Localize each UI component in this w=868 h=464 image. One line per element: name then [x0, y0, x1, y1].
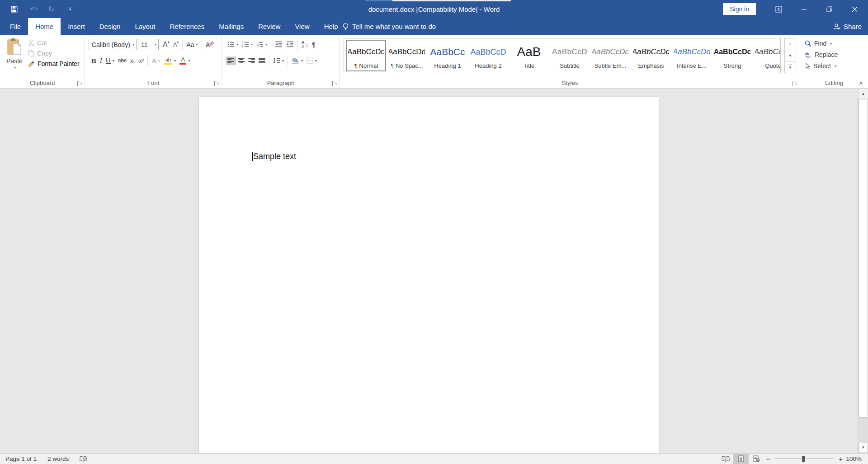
borders-button[interactable]: ▾ [305, 56, 319, 66]
borders-caret[interactable]: ▾ [315, 59, 317, 63]
subscript-button[interactable]: x₂ [128, 56, 137, 66]
bullets-button[interactable]: ▾ [226, 40, 240, 49]
word-count[interactable]: 2 words [42, 454, 74, 464]
copy-button[interactable]: Copy [28, 50, 80, 57]
document-canvas[interactable]: Sample text ▲ ▼ [0, 89, 868, 453]
ribbon-tab[interactable]: References [162, 18, 212, 35]
italic-button[interactable]: I [98, 56, 104, 66]
redo-icon[interactable]: ↻ [45, 3, 57, 15]
ribbon-display-options-icon[interactable] [766, 0, 791, 18]
vertical-scrollbar[interactable]: ▲ ▼ [858, 89, 868, 453]
align-right-button[interactable] [246, 56, 257, 65]
shading-button[interactable]: ▾ [290, 56, 305, 66]
restore-button[interactable] [816, 0, 842, 18]
document-page[interactable]: Sample text [199, 97, 659, 453]
align-left-button[interactable] [226, 56, 236, 65]
style-item[interactable]: AaBbCcD Subtitle [550, 40, 590, 71]
customize-quick-access-icon[interactable]: ▾ [64, 3, 76, 15]
print-layout-button[interactable] [733, 454, 749, 464]
ribbon-tab[interactable]: Layout [127, 18, 162, 35]
scroll-down-icon[interactable]: ▼ [859, 443, 868, 452]
ribbon-tab[interactable]: View [288, 18, 316, 35]
font-size-caret[interactable]: ▾ [155, 42, 156, 47]
text-effects-button[interactable]: A▾ [150, 56, 162, 66]
zoom-out-button[interactable]: − [764, 455, 772, 463]
cut-button[interactable]: Cut [28, 39, 80, 47]
zoom-slider[interactable] [775, 454, 833, 464]
change-case-button[interactable]: Aa▾ [184, 40, 199, 50]
zoom-slider-thumb[interactable] [802, 456, 805, 462]
font-size-combo[interactable]: ▾ [138, 39, 159, 50]
bold-button[interactable]: B [90, 56, 98, 66]
align-center-button[interactable] [236, 56, 246, 65]
close-button[interactable] [842, 0, 867, 18]
highlight-button[interactable]: ab ▾ [162, 56, 178, 66]
style-item[interactable]: AaBbCcD Heading 2 [468, 40, 508, 71]
shading-caret[interactable]: ▾ [301, 59, 303, 63]
ribbon-tab[interactable]: File [3, 18, 28, 35]
multilevel-list-button[interactable]: 1ai ▾ [255, 40, 269, 49]
style-item[interactable]: AaBbCcDc Strong [712, 40, 752, 71]
styles-dialog-launcher-icon[interactable]: ↘ [793, 81, 797, 86]
line-spacing-button[interactable]: ▾ [271, 56, 286, 65]
replace-button[interactable]: abac Replace [805, 51, 838, 58]
document-text-line[interactable]: Sample text [252, 152, 296, 161]
font-name-input[interactable] [89, 41, 132, 48]
paste-dropdown-caret[interactable]: ▾ [14, 66, 16, 70]
numbering-caret[interactable]: ▾ [251, 42, 253, 47]
decrease-indent-button[interactable] [273, 40, 284, 49]
font-color-button[interactable]: A ▾ [178, 56, 192, 66]
shrink-font-button[interactable]: A▾ [171, 40, 181, 49]
increase-indent-button[interactable] [284, 40, 296, 49]
font-color-caret[interactable]: ▾ [188, 59, 190, 63]
clipboard-dialog-launcher-icon[interactable]: ↘ [77, 81, 82, 86]
save-icon[interactable] [8, 3, 20, 15]
numbering-button[interactable]: 123 ▾ [240, 40, 255, 49]
ribbon-tab[interactable]: Review [251, 18, 288, 35]
font-dialog-launcher-icon[interactable]: ↘ [214, 81, 219, 86]
read-mode-button[interactable] [718, 454, 733, 464]
justify-button[interactable] [257, 56, 267, 65]
styles-more-icon[interactable]: ▼ [784, 61, 796, 73]
style-item[interactable]: AaBbCcDd Subtle Em... [590, 40, 630, 71]
zoom-percentage[interactable]: 100% [844, 455, 868, 462]
font-size-input[interactable] [138, 41, 154, 48]
clear-formatting-button[interactable]: A [204, 40, 216, 50]
scroll-up-icon[interactable]: ▲ [859, 89, 868, 98]
style-item[interactable]: AaB Title [509, 40, 549, 71]
find-caret[interactable]: ▾ [830, 42, 832, 46]
proofing-status[interactable] [74, 454, 92, 464]
share-button[interactable]: Share [833, 18, 862, 35]
page-count[interactable]: Page 1 of 1 [0, 454, 42, 464]
highlight-caret[interactable]: ▾ [174, 59, 176, 63]
font-name-caret[interactable]: ▾ [132, 42, 134, 47]
sort-button[interactable]: AZ ↓ [300, 39, 310, 49]
scrollbar-thumb[interactable] [859, 99, 868, 417]
styles-scroll-up-icon[interactable]: ▲ [784, 38, 796, 50]
sign-in-button[interactable]: Sign in [723, 3, 756, 15]
select-caret[interactable]: ▾ [835, 64, 836, 68]
paragraph-dialog-launcher-icon[interactable]: ↘ [332, 81, 337, 86]
line-spacing-caret[interactable]: ▾ [282, 59, 284, 63]
underline-caret[interactable]: ▾ [113, 59, 114, 63]
select-button[interactable]: Select ▾ [805, 62, 838, 70]
show-hide-pilcrow-button[interactable]: ¶ [310, 39, 317, 50]
undo-dropdown-caret[interactable]: ▾ [36, 7, 38, 11]
underline-button[interactable]: U▾ [104, 56, 116, 66]
font-name-combo[interactable]: ▾ [89, 39, 137, 50]
format-painter-button[interactable]: Format Painter [28, 60, 80, 67]
grow-font-button[interactable]: A▴ [161, 39, 171, 50]
bullets-caret[interactable]: ▾ [236, 42, 238, 47]
style-item[interactable]: AaBbCcDd ¶ No Spac... [387, 40, 427, 71]
paste-button[interactable]: Paste ▾ [4, 38, 25, 76]
styles-scroll-down-icon[interactable]: ▼ [784, 50, 796, 62]
style-item[interactable]: AaBbCcDd Emphasis [631, 40, 671, 71]
style-item[interactable]: AaBbCc Heading 1 [428, 40, 467, 71]
minimize-button[interactable] [791, 0, 816, 18]
zoom-in-button[interactable]: + [837, 455, 844, 463]
ribbon-tab[interactable]: Insert [61, 18, 92, 35]
collapse-ribbon-icon[interactable]: ^ [859, 80, 863, 87]
ribbon-tab[interactable]: Design [92, 18, 128, 35]
text-effects-caret[interactable]: ▾ [158, 59, 160, 63]
multilevel-caret[interactable]: ▾ [265, 42, 267, 47]
